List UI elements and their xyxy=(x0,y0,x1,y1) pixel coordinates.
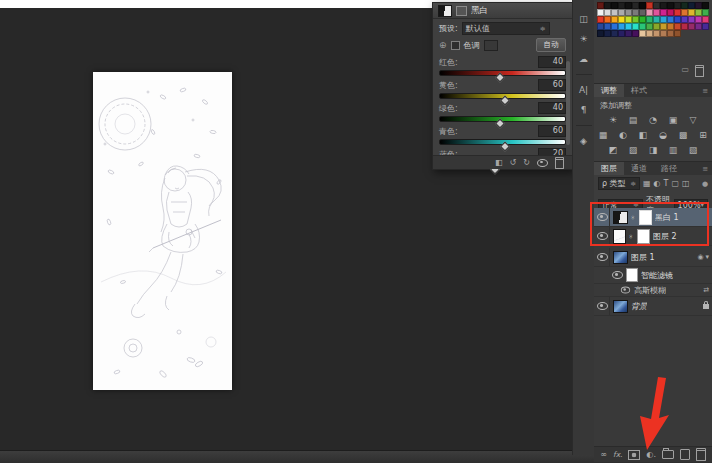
swatch[interactable] xyxy=(660,9,667,16)
swatch[interactable] xyxy=(653,9,660,16)
ai-panel-icon[interactable]: A| xyxy=(579,85,588,95)
preset-dropdown[interactable]: 默认值 ≑ xyxy=(462,22,550,35)
swatch[interactable] xyxy=(632,16,639,23)
swatch[interactable] xyxy=(674,9,681,16)
mask-link-icon[interactable]: ∞ xyxy=(630,215,637,220)
swatch[interactable] xyxy=(695,23,702,30)
delete-layer-icon[interactable] xyxy=(696,448,706,461)
swatch[interactable] xyxy=(667,30,674,37)
vibrance-icon[interactable]: ▽ xyxy=(687,114,700,125)
swatch[interactable] xyxy=(702,9,709,16)
color-lookup-icon[interactable]: ⊞ xyxy=(697,129,710,140)
filter-adjustment-layers-icon[interactable]: ◐ xyxy=(654,179,661,188)
swatch[interactable] xyxy=(618,16,625,23)
slider-value-greens[interactable]: 40 xyxy=(538,102,566,114)
styles-dock-icon[interactable]: ☁ xyxy=(579,54,588,64)
swatch[interactable] xyxy=(639,23,646,30)
visibility-eye-icon[interactable] xyxy=(597,302,608,310)
delete-adjustment-icon[interactable] xyxy=(555,157,564,169)
tab-paths[interactable]: 路径 xyxy=(654,162,684,175)
swatch[interactable] xyxy=(660,30,667,37)
filter-type-layers-icon[interactable]: T xyxy=(664,179,669,188)
swatch[interactable] xyxy=(639,16,646,23)
bw-panel-header[interactable]: 黑白 xyxy=(433,3,572,19)
photo-filter-icon[interactable]: ◒ xyxy=(657,129,670,140)
threed-panel-icon[interactable]: ◈ xyxy=(580,136,587,146)
swatch[interactable] xyxy=(632,23,639,30)
layer-row-layer-2[interactable]: ∞ 图层 2 xyxy=(594,227,712,246)
swatch[interactable] xyxy=(604,9,611,16)
exposure-icon[interactable]: ▣ xyxy=(667,114,680,125)
swatch[interactable] xyxy=(632,30,639,37)
swatch[interactable] xyxy=(660,16,667,23)
layer-row-gaussian-blur[interactable]: 高斯模糊 ⇄ xyxy=(594,284,712,297)
collapse-filters-caret-icon[interactable]: ▾ xyxy=(705,253,709,261)
swatch[interactable] xyxy=(604,16,611,23)
swatch[interactable] xyxy=(653,23,660,30)
swatch[interactable] xyxy=(625,2,632,9)
channel-mixer-icon[interactable]: ▩ xyxy=(677,129,690,140)
swatch[interactable] xyxy=(604,23,611,30)
swatch[interactable] xyxy=(604,30,611,37)
filter-blend-options-icon[interactable]: ⇄ xyxy=(703,286,709,294)
swatch[interactable] xyxy=(667,2,674,9)
posterize-icon[interactable]: ▨ xyxy=(627,144,640,155)
add-layer-mask-icon[interactable] xyxy=(628,450,640,460)
slider-track-reds[interactable] xyxy=(439,70,566,76)
filter-pixel-layers-icon[interactable]: ▦ xyxy=(643,179,651,188)
swatch[interactable] xyxy=(625,23,632,30)
panel-menu-icon[interactable]: ≡ xyxy=(702,87,712,95)
threshold-icon[interactable]: ◨ xyxy=(647,144,660,155)
auto-button[interactable]: 自动 xyxy=(536,38,566,52)
eye-cell[interactable] xyxy=(596,297,610,315)
swatch[interactable] xyxy=(702,16,709,23)
slider-value-reds[interactable]: 40 xyxy=(538,56,566,68)
slider-track-cyans[interactable] xyxy=(439,139,566,145)
view-previous-state-icon[interactable]: ↺ xyxy=(510,158,517,167)
visibility-eye-icon[interactable] xyxy=(537,159,548,167)
swatch[interactable] xyxy=(611,16,618,23)
new-adjustment-layer-icon[interactable]: ◐. xyxy=(646,450,656,459)
targeted-adjustment-icon[interactable]: ⊕ xyxy=(439,40,447,50)
layer-row-smart-filters[interactable]: 智能滤镜 xyxy=(594,267,712,284)
slider-track-greens[interactable] xyxy=(439,116,566,122)
swatch[interactable] xyxy=(674,30,681,37)
swatch[interactable] xyxy=(611,2,618,9)
visibility-eye-icon[interactable] xyxy=(597,253,608,261)
slider-track-yellows[interactable] xyxy=(439,93,566,99)
swatch[interactable] xyxy=(653,2,660,9)
swatch[interactable] xyxy=(653,30,660,37)
visibility-eye-icon[interactable] xyxy=(597,232,608,240)
swatch[interactable] xyxy=(667,9,674,16)
filter-mask-thumbnail[interactable] xyxy=(626,268,638,282)
swatch[interactable] xyxy=(632,9,639,16)
reset-adjustment-icon[interactable]: ↻ xyxy=(523,158,530,167)
adjustments-dock-icon[interactable]: ☀ xyxy=(579,34,587,44)
smart-object-thumbnail[interactable] xyxy=(613,251,628,264)
tab-adjustments[interactable]: 调整 xyxy=(594,84,624,97)
layer-name[interactable]: 高斯模糊 xyxy=(634,285,666,296)
swatch[interactable] xyxy=(660,2,667,9)
swatch[interactable] xyxy=(597,2,604,9)
tint-checkbox[interactable] xyxy=(451,41,460,50)
swatch[interactable] xyxy=(625,9,632,16)
background-thumbnail[interactable] xyxy=(613,300,628,313)
eye-cell[interactable] xyxy=(596,248,610,266)
swatch[interactable] xyxy=(695,9,702,16)
visibility-eye-icon[interactable] xyxy=(597,213,608,221)
swatch[interactable] xyxy=(625,30,632,37)
hue-saturation-icon[interactable]: ▦ xyxy=(597,129,610,140)
tab-layers[interactable]: 图层 xyxy=(594,162,624,175)
swatch[interactable] xyxy=(597,30,604,37)
swatch[interactable] xyxy=(653,16,660,23)
panel-menu-icon[interactable]: ≡ xyxy=(702,165,712,173)
swatch[interactable] xyxy=(702,23,709,30)
levels-icon[interactable]: ▤ xyxy=(627,114,640,125)
swatch[interactable] xyxy=(681,2,688,9)
invert-icon[interactable]: ◩ xyxy=(607,144,620,155)
link-layers-icon[interactable]: ∞ xyxy=(600,450,607,459)
black-white-icon[interactable]: ◧ xyxy=(637,129,650,140)
selective-color-icon[interactable]: ▧ xyxy=(687,144,700,155)
filter-toggle-icon[interactable]: ● xyxy=(702,180,708,188)
swatch[interactable] xyxy=(646,23,653,30)
